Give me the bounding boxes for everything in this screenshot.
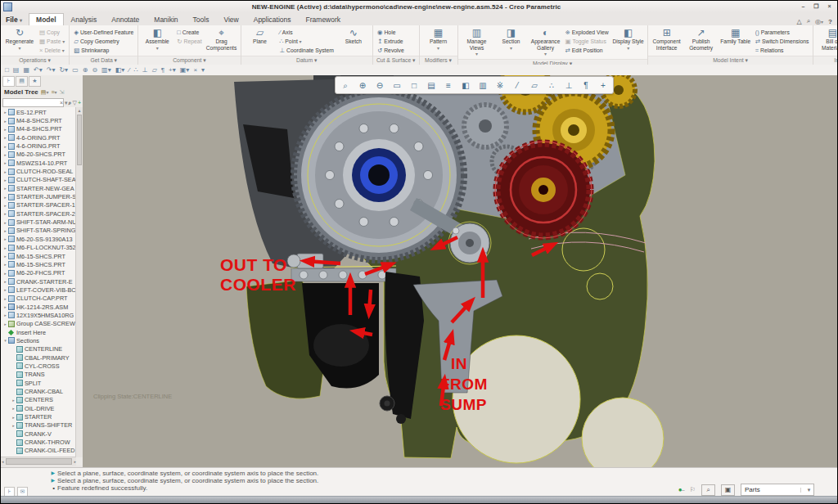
tree-item-group-case-screw[interactable]: ▸Group CASE-SCREW (1, 320, 76, 328)
ribbon-button-publish-geometry[interactable]: ↗Publish Geometry (684, 26, 719, 51)
zoom-in-icon[interactable]: ⊕ (354, 78, 371, 93)
named-views-icon[interactable]: ▥▾ (100, 65, 113, 75)
tree-expander-icon[interactable]: ▸ (2, 152, 8, 157)
tree-item-starter-spacer-1[interactable]: ▸STARTER-SPACER-1 (1, 201, 76, 209)
datum-planes-display-icon[interactable]: ▱ (151, 65, 159, 75)
saved-orientations-icon[interactable]: ▤ (423, 78, 439, 93)
tree-item-split[interactable]: SPLIT (1, 379, 76, 387)
tree-expander-icon[interactable]: ▸ (2, 271, 8, 276)
tree-item-clutch-rod-seal[interactable]: ▸CLUTCH-ROD-SEAL (1, 167, 76, 175)
tree-expander-icon[interactable]: ▸ (2, 262, 8, 267)
ribbon-button-user-defined-feature[interactable]: ◈User-Defined Feature (71, 28, 136, 37)
tree-expander-icon[interactable]: ▸ (11, 415, 16, 420)
tree-item-12x19x5hmsa10rg[interactable]: ▸12X19X5HMSA10RG (1, 311, 76, 319)
ribbon-button-toggle-status[interactable]: ▣Toggle Status (563, 37, 611, 46)
ribbon-group-label[interactable]: Investigate ▾ (813, 56, 838, 65)
tree-item-m6-fl-locknut-352[interactable]: ▸M6-FL-LOCKNUT-352 (1, 244, 76, 252)
ribbon-button-sketch[interactable]: ∿Sketch (336, 26, 371, 45)
ribbon-group-label[interactable]: Datum ▾ (241, 56, 372, 65)
collapse-panel-icon[interactable]: ⇲ (60, 89, 65, 96)
close-button[interactable]: × (824, 2, 835, 11)
datum-points-display-icon[interactable]: ∴ (133, 65, 140, 75)
ribbon-button-coordinate-system[interactable]: ⊥Coordinate System (277, 46, 336, 55)
selection-filter-arrow-icon[interactable]: ▼ (800, 488, 813, 493)
tree-expander-icon[interactable]: ▸ (2, 169, 8, 174)
help-icon[interactable]: ? (828, 18, 832, 25)
spin-center-icon[interactable]: +▾ (167, 65, 178, 75)
redo-icon[interactable]: ↷▾ (45, 65, 57, 75)
tree-item-hk-1214-2rs-asm[interactable]: ▸HK-1214-2RS.ASM (1, 303, 76, 311)
ribbon-button-family-table[interactable]: ▦Family Table (719, 26, 753, 45)
tree-expander-icon[interactable]: ▸ (2, 254, 8, 259)
datum-axes-display-icon[interactable]: ⁄ (509, 78, 525, 93)
folder-browser-tab[interactable]: ▤ (16, 76, 28, 87)
ribbon-button-switch-dimensions[interactable]: ⇄Switch Dimensions (753, 37, 812, 46)
ribbon-group-label[interactable]: Operations ▾ (1, 56, 69, 65)
ribbon-button-repeat[interactable]: ↻Repeat (174, 37, 204, 46)
tree-item-left-cover-vib-bc[interactable]: ▸LEFT-COVER-VIB-BC (1, 286, 76, 294)
tab-model[interactable]: Model (29, 13, 64, 25)
refit-icon[interactable]: ▭ (70, 65, 80, 75)
tree-expander-icon[interactable]: ▸ (2, 228, 8, 233)
annotation-display-icon[interactable]: ¶ (578, 78, 594, 93)
datum-planes-display-icon[interactable]: ▱ (526, 78, 543, 93)
tree-expander-icon[interactable]: ▸ (2, 203, 8, 208)
find-icon[interactable]: ⌕ (69, 99, 72, 106)
regenerate-icon[interactable]: ↻▾ (57, 65, 70, 75)
tree-expander-icon[interactable]: ▸ (2, 186, 8, 191)
graphics-area[interactable]: OUT TO COOLER IN FROM SUMP ⌕⊕⊖▭□▤≡◧▥※⁄▱∴… (83, 75, 838, 467)
zoom-out-icon[interactable]: ⊖ (90, 65, 99, 75)
standard-orientation-icon[interactable]: □ (406, 78, 422, 93)
tree-item-clutch-cap-prt[interactable]: ▸CLUTCH-CAP.PRT (1, 295, 76, 303)
tree-item-centers[interactable]: ▸CENTERS (1, 396, 76, 404)
tree-expander-icon[interactable]: ▸ (2, 245, 8, 250)
tab-view[interactable]: View (216, 13, 246, 25)
tree-expander-icon[interactable]: ▸ (2, 127, 8, 132)
find-button[interactable]: ⌕ (701, 484, 715, 496)
minimize-button[interactable]: – (798, 2, 809, 11)
tree-expander-icon[interactable]: ▸ (2, 279, 8, 284)
tree-item-sections[interactable]: ▾Sections (1, 336, 76, 344)
favorites-tab[interactable]: ★ (29, 76, 41, 87)
ribbon-button-parameters[interactable]: ()Parameters (753, 28, 812, 37)
window-icon[interactable]: ▣▾ (178, 65, 191, 75)
datum-csys-display-icon[interactable]: ⊥ (141, 65, 150, 75)
show-list-icon[interactable]: ≡▾ (51, 89, 56, 95)
tree-expander-icon[interactable]: ▸ (2, 313, 8, 317)
tree-expander-icon[interactable]: ▸ (2, 119, 8, 124)
tree-item-m6-20-fhcs-prt[interactable]: ▸M6-20-FHCS.PRT (1, 269, 76, 277)
ribbon-button-drag-components[interactable]: ⌖Drag Components (205, 26, 239, 51)
tree-item-starter[interactable]: ▸STARTER (1, 412, 76, 421)
tree-item-oil-drive[interactable]: ▸OIL-DRIVE (1, 404, 76, 412)
datum-points-display-icon[interactable]: ∴ (543, 78, 560, 93)
tree-item-crank-starter-e[interactable]: ▸CRANK-STARTER-E (1, 277, 76, 286)
ribbon-group-label[interactable]: Model Intent ▾ (648, 56, 813, 65)
datum-csys-display-icon[interactable]: ⊥ (561, 78, 577, 93)
tree-expander-icon[interactable]: ▾ (2, 338, 8, 343)
clear-search-icon[interactable]: × (60, 99, 63, 106)
maximize-button[interactable]: ❐ (811, 2, 822, 11)
tree-item-trans-shifter[interactable]: ▸TRANS-SHIFTER (1, 421, 76, 430)
add-filter-icon[interactable]: + (78, 99, 81, 106)
ribbon-button-create[interactable]: □Create (174, 28, 204, 37)
ribbon-button-bill-of-materials[interactable]: ▤Bill of Materials (815, 26, 838, 51)
ribbon-group-label[interactable]: Get Data ▾ (70, 56, 137, 65)
annotation-display-icon[interactable]: ¶ (160, 65, 166, 75)
tree-item-m6-20-shcs-prt[interactable]: ▸M6-20-SHCS.PRT (1, 151, 76, 159)
tree-expander-icon[interactable]: ▸ (2, 178, 8, 182)
refit-icon[interactable]: ▭ (389, 78, 405, 93)
tree-expander-icon[interactable]: ▸ (11, 406, 16, 411)
tree-expander-icon[interactable]: ▸ (2, 296, 8, 301)
ribbon-button-extrude[interactable]: ↥Extrude (375, 37, 407, 46)
tree-item-clutch-shaft-sea[interactable]: ▸CLUTCH-SHAFT-SEA (1, 176, 76, 184)
tree-item-m4-8-shcs-prt[interactable]: ▸M4-8-SHCS.PRT (1, 116, 76, 124)
tree-expander-icon[interactable]: ▸ (2, 195, 8, 200)
ribbon-group-label[interactable]: Cut & Surface ▾ (373, 56, 419, 65)
tree-expander-icon[interactable]: ▸ (2, 160, 8, 165)
ribbon-button-edit-position[interactable]: ⇄Edit Position (563, 46, 611, 55)
tree-item-shift-star-arm-nu[interactable]: ▸SHIFT-STAR-ARM-NU (1, 218, 76, 226)
ribbon-button-assemble[interactable]: ◧Assemble ▾ (140, 26, 174, 52)
tree-item-m4-8-shcs-prt[interactable]: ▸M4-8-SHCS.PRT (1, 125, 76, 133)
ribbon-button-copy-geometry[interactable]: ▱Copy Geometry (71, 37, 136, 46)
tree-expander-icon[interactable]: ▸ (2, 211, 8, 216)
